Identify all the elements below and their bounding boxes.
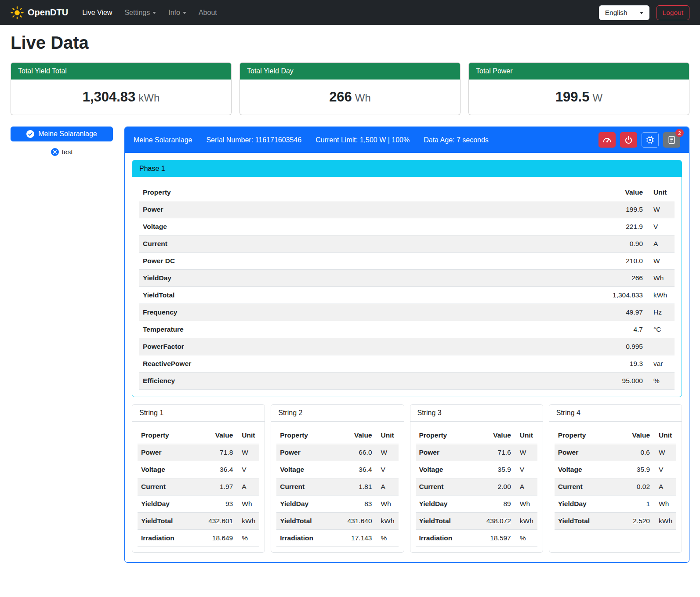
chevron-down-icon (640, 12, 643, 14)
property-cell: YieldDay (276, 496, 339, 513)
table-row: YieldTotal 1,304.833 kWh (139, 287, 675, 304)
property-cell: Current (416, 478, 479, 496)
table-row: Power 71.8 W (138, 444, 259, 461)
value-cell: 18.649 (200, 530, 236, 547)
unit-cell: V (653, 461, 676, 478)
property-cell: Voltage (138, 461, 200, 478)
value-cell: 95.000 (580, 373, 646, 390)
property-cell: YieldTotal (416, 513, 479, 530)
logout-button[interactable]: Logout (656, 5, 689, 20)
limit-settings-button[interactable] (598, 132, 616, 148)
table-row: Irradiation 17.143 % (276, 530, 398, 547)
value-cell: 17.143 (340, 530, 376, 547)
property-cell: Voltage (276, 461, 339, 478)
unit-cell: W (515, 444, 537, 461)
string-card-body: Property Value Unit Power (410, 422, 543, 552)
value-cell: 432.601 (200, 513, 236, 530)
value-cell: 1.81 (340, 478, 376, 496)
string-card-2: String 2 Property Value Unit (271, 404, 404, 553)
device-info-button[interactable] (642, 132, 659, 148)
unit-cell: % (646, 373, 675, 390)
table-row: ReactivePower 19.3 var (139, 355, 675, 373)
string-card-1: String 1 Property Value Unit (132, 404, 265, 553)
column-header-unit: Unit (515, 427, 537, 444)
value-cell: 19.3 (580, 355, 646, 373)
brand[interactable]: OpenDTU (11, 6, 68, 19)
property-cell: YieldDay (138, 496, 200, 513)
value-cell: 2.00 (479, 478, 515, 496)
table-header-row: Property Value Unit (276, 427, 398, 444)
event-log-button[interactable]: 2 (663, 132, 680, 148)
unit-cell: kWh (653, 513, 676, 530)
property-cell: Efficiency (139, 373, 580, 390)
check-circle-icon (26, 130, 34, 138)
nav-item-settings[interactable]: Settings (119, 5, 161, 20)
value-cell: 1 (617, 496, 653, 513)
value-cell: 0.995 (580, 338, 646, 355)
column-header-property: Property (555, 427, 617, 444)
value-cell: 49.97 (580, 304, 646, 321)
nav-item-about[interactable]: About (193, 5, 222, 20)
power-icon (624, 135, 633, 145)
inverter-item-test[interactable]: test (11, 148, 113, 156)
property-cell: Irradiation (276, 530, 339, 547)
table-row: YieldDay 1 Wh (555, 496, 676, 513)
phase-panel-title: Phase 1 (132, 160, 682, 177)
unit-cell: kWh (236, 513, 259, 530)
property-cell: Irradiation (138, 530, 200, 547)
summary-unit: W (592, 92, 602, 104)
column-header-unit: Unit (376, 427, 399, 444)
inverter-item-selected[interactable]: Meine Solaranlage (11, 127, 113, 141)
unit-cell: kWh (376, 513, 399, 530)
unit-cell: W (236, 444, 259, 461)
table-row: Current 2.00 A (416, 478, 537, 496)
value-cell: 210.0 (580, 253, 646, 270)
string-card-title: String 1 (132, 405, 265, 422)
value-cell: 0.02 (617, 478, 653, 496)
column-header-unit: Unit (236, 427, 259, 444)
unit-cell: % (376, 530, 399, 547)
unit-cell: A (646, 235, 675, 253)
property-cell: Current (139, 235, 580, 253)
unit-cell: Wh (236, 496, 259, 513)
string-card-title: String 2 (271, 405, 403, 422)
language-select[interactable]: English (599, 5, 649, 20)
unit-cell: Wh (653, 496, 676, 513)
unit-cell: W (653, 444, 676, 461)
inverter-item-label: Meine Solaranlage (38, 130, 97, 138)
inverter-current-limit: Current Limit: 1,500 W | 100% (316, 136, 410, 144)
navbar-right: English Logout (599, 5, 689, 20)
table-row: PowerFactor 0.995 (139, 338, 675, 355)
event-count-badge: 2 (675, 129, 684, 137)
main-nav: Live View Settings Info About (77, 5, 222, 20)
table-row: Power 199.5 W (139, 201, 675, 218)
property-cell: ReactivePower (139, 355, 580, 373)
nav-item-live-view[interactable]: Live View (77, 5, 117, 20)
table-row: Voltage 221.9 V (139, 218, 675, 235)
table-row: Current 0.90 A (139, 235, 675, 253)
inverter-item-label: test (62, 148, 73, 156)
phase-panel: Phase 1 Property Value Unit (132, 160, 682, 397)
string-card-body: Property Value Unit Power (271, 422, 403, 552)
property-cell: Power (139, 201, 580, 218)
property-cell: YieldDay (139, 270, 580, 287)
property-cell: Power DC (139, 253, 580, 270)
unit-cell: A (653, 478, 676, 496)
nav-item-info[interactable]: Info (163, 5, 192, 20)
property-cell: YieldDay (555, 496, 617, 513)
power-settings-button[interactable] (620, 132, 637, 148)
nav-item-info-label: Info (168, 9, 180, 17)
value-cell: 71.8 (200, 444, 236, 461)
table-row: YieldDay 266 Wh (139, 270, 675, 287)
table-row: Power 0.6 W (555, 444, 676, 461)
value-cell: 93 (200, 496, 236, 513)
value-cell: 71.6 (479, 444, 515, 461)
column-header-property: Property (139, 184, 580, 201)
value-cell: 431.640 (340, 513, 376, 530)
unit-cell: V (646, 218, 675, 235)
inverter-panel: Meine Solaranlage Serial Number: 1161716… (124, 127, 689, 563)
page-content: Live Data Total Yield Total 1,304.83kWh … (0, 33, 700, 576)
string-table: Property Value Unit Power (138, 427, 259, 547)
property-cell: Voltage (416, 461, 479, 478)
table-header-row: Property Value Unit (138, 427, 259, 444)
